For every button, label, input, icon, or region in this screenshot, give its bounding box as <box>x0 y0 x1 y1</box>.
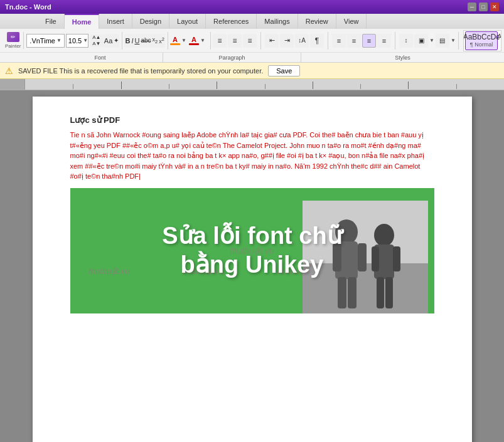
tab-layout[interactable]: Layout <box>169 14 206 29</box>
svg-rect-11 <box>393 246 400 271</box>
svg-rect-12 <box>377 277 384 308</box>
separator-spacing <box>395 32 395 50</box>
underline-button[interactable]: U <box>134 34 140 48</box>
green-overlay: thuthuật.vn thuthuật.vn thuthuật.vn Sửa … <box>70 188 434 313</box>
painter-label: Painter <box>5 43 21 49</box>
ruler-tick <box>217 82 217 89</box>
shading-dropdown-arrow[interactable]: ▼ <box>429 38 434 43</box>
watermark-1: thuthuật.vn <box>89 266 130 276</box>
window-controls: ─ □ ✕ <box>468 3 499 11</box>
style-normal-preview: AaBbCcDc <box>463 33 500 41</box>
text-highlight-color-button[interactable]: A <box>170 36 180 45</box>
overlay-title: Sửa lỗi font chữ bằng Unikey <box>149 216 354 285</box>
tab-view[interactable]: View <box>336 14 367 29</box>
border-dropdown-arrow[interactable]: ▼ <box>451 38 456 43</box>
style-normal-label: ¶ Normal <box>470 41 493 48</box>
notification-text: SAVED FILE This is a recovered file that… <box>18 67 263 75</box>
subscript-button[interactable]: x2 <box>152 34 159 48</box>
font-color-button[interactable]: A <box>189 36 199 45</box>
border-button[interactable]: ▤ <box>436 34 449 48</box>
font-size-increase-button[interactable]: A▲ <box>90 34 104 41</box>
sort-button[interactable]: ↕A <box>295 34 309 48</box>
image-section: thuthuật.vn thuthuật.vn thuthuật.vn Sửa … <box>70 188 434 313</box>
title-text: Tn.doc - Word <box>5 3 51 11</box>
ruler-tick <box>456 84 457 89</box>
ruler-tick <box>121 82 122 89</box>
ruler <box>0 79 504 90</box>
bullets-button[interactable]: ≡ <box>213 34 227 48</box>
font-size-input[interactable]: 10.5 ▼ <box>66 34 88 48</box>
justify-button[interactable]: ≡ <box>377 34 391 48</box>
close-button[interactable]: ✕ <box>490 3 499 11</box>
tab-file[interactable]: File <box>38 14 65 29</box>
document-area: Lược sử PDF Tie n sã John Warnock #oung … <box>0 90 504 442</box>
paragraph-controls: ≡ ≡ ≡ ⇤ ⇥ ↕A ¶ ≡ ≡ ≡ ≡ ↕ ▣ ▼ ▤ ▼ <box>213 32 456 50</box>
bold-button[interactable]: B <box>124 34 131 48</box>
align-right-button[interactable]: ≡ <box>362 34 376 48</box>
tab-references[interactable]: References <box>206 14 257 29</box>
ruler-corner <box>0 79 25 90</box>
shading-button[interactable]: ▣ <box>414 34 428 48</box>
increase-indent-button[interactable]: ⇥ <box>280 34 294 48</box>
save-button[interactable]: Save <box>268 65 300 76</box>
group-labels-row: Font Paragraph Styles <box>0 53 504 63</box>
tab-home[interactable]: Home <box>65 14 100 29</box>
ruler-tick <box>360 84 361 89</box>
svg-rect-10 <box>372 246 379 271</box>
separator-align <box>328 32 328 50</box>
document-title: Lược sử PDF <box>70 115 434 125</box>
minimize-button[interactable]: ─ <box>468 3 476 11</box>
tab-review[interactable]: Review <box>298 14 336 29</box>
ruler-content <box>25 79 504 90</box>
notification-bar: ⚠ SAVED FILE This is a recovered file th… <box>0 63 504 79</box>
ruler-tick <box>313 82 313 89</box>
painter-section: ✏ Painter <box>3 32 24 49</box>
font-size-decrease-button[interactable]: A▼ <box>90 41 104 47</box>
svg-point-8 <box>374 224 394 246</box>
notification-icon: ⚠ <box>5 66 13 76</box>
tab-insert[interactable]: Insert <box>99 14 132 29</box>
show-formatting-button[interactable]: ¶ <box>310 34 324 48</box>
title-bar: Tn.doc - Word ─ □ ✕ <box>0 0 504 14</box>
style-nospacing-preview: AaBbCcDc <box>497 33 501 41</box>
style-normal[interactable]: AaBbCcDc ¶ Normal <box>465 31 498 50</box>
font-name-dropdown-arrow[interactable]: ▼ <box>56 38 62 43</box>
strikethrough-button[interactable]: abc <box>140 34 151 48</box>
numbering-button[interactable]: ≡ <box>228 34 242 48</box>
svg-rect-5 <box>358 243 367 271</box>
font-size-controls: A▲ A▼ <box>90 34 104 47</box>
ruler-tick <box>408 82 409 89</box>
superscript-button[interactable]: x2 <box>158 34 165 48</box>
ruler-tick <box>169 84 169 89</box>
font-size-dropdown-arrow[interactable]: ▼ <box>83 38 88 43</box>
clear-formatting-button[interactable]: ✦ <box>113 34 119 48</box>
separator-para <box>260 32 261 50</box>
document-page: Lược sử PDF Tie n sã John Warnock #oung … <box>33 97 472 442</box>
font-group-label: Font <box>38 53 163 62</box>
align-center-button[interactable]: ≡ <box>347 34 361 48</box>
styles-gallery: AaBbCcDc ¶ Normal AaBbCcDc No Spacing Aa… <box>463 30 501 51</box>
align-left-button[interactable]: ≡ <box>332 34 346 48</box>
style-nospacing-label: No Spacing <box>501 41 501 48</box>
ruler-tick <box>73 84 73 89</box>
line-spacing-button[interactable]: ↕ <box>399 34 413 48</box>
maximize-button[interactable]: □ <box>479 3 488 11</box>
svg-rect-13 <box>385 277 393 308</box>
highlight-dropdown-arrow[interactable]: ▼ <box>181 38 186 43</box>
multilevel-list-button[interactable]: ≡ <box>243 34 257 48</box>
ruler-tick <box>265 84 265 89</box>
tab-mailings[interactable]: Mailings <box>257 14 298 29</box>
ribbon-tabs: File Home Insert Design Layout Reference… <box>0 14 504 29</box>
font-name-input[interactable]: .VnTime ▼ <box>26 34 64 48</box>
style-nospacing[interactable]: AaBbCcDc No Spacing <box>499 31 501 50</box>
paragraph-group-label: Paragraph <box>163 53 301 62</box>
tab-design[interactable]: Design <box>132 14 169 29</box>
change-case-button[interactable]: Aa <box>104 34 113 48</box>
painter-icon[interactable]: ✏ <box>7 32 19 42</box>
styles-group-label: Styles <box>301 53 504 62</box>
toolbar-row: ✏ Painter .VnTime ▼ 10.5 ▼ A▲ A▼ Aa ✦ B … <box>0 29 504 53</box>
document-body[interactable]: Tie n sã John Warnock #oung saing laẽp A… <box>70 130 434 182</box>
decrease-indent-button[interactable]: ⇤ <box>265 34 279 48</box>
font-color-dropdown-arrow[interactable]: ▼ <box>200 38 205 43</box>
